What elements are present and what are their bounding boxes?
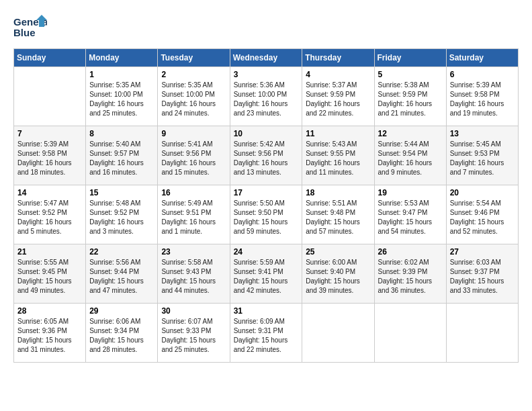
header: General Blue: [13, 13, 519, 42]
calendar-cell: [446, 304, 518, 363]
day-info: Sunrise: 5:59 AM Sunset: 9:41 PM Dayligh…: [234, 258, 299, 295]
day-info: Sunrise: 5:39 AM Sunset: 9:58 PM Dayligh…: [450, 81, 515, 118]
weekday-header-wednesday: Wednesday: [230, 49, 302, 67]
day-number: 8: [89, 129, 154, 138]
calendar-cell: 3 Sunrise: 5:36 AM Sunset: 10:00 PM Dayl…: [230, 67, 302, 126]
day-number: 7: [17, 129, 82, 138]
day-number: 11: [306, 129, 370, 138]
calendar-cell: 4 Sunrise: 5:37 AM Sunset: 9:59 PM Dayli…: [302, 67, 374, 126]
day-info: Sunrise: 5:54 AM Sunset: 9:46 PM Dayligh…: [450, 199, 515, 236]
weekday-header-monday: Monday: [86, 49, 158, 67]
calendar-cell: [14, 67, 86, 126]
calendar-cell: 26 Sunrise: 6:02 AM Sunset: 9:39 PM Dayl…: [374, 244, 446, 304]
calendar-cell: 6 Sunrise: 5:39 AM Sunset: 9:58 PM Dayli…: [446, 67, 518, 126]
calendar-cell: 23 Sunrise: 5:58 AM Sunset: 9:43 PM Dayl…: [158, 244, 230, 304]
logo: General Blue: [13, 13, 47, 42]
calendar-cell: 8 Sunrise: 5:40 AM Sunset: 9:57 PM Dayli…: [86, 126, 158, 185]
day-info: Sunrise: 5:55 AM Sunset: 9:45 PM Dayligh…: [17, 258, 82, 295]
day-info: Sunrise: 5:47 AM Sunset: 9:52 PM Dayligh…: [17, 199, 82, 236]
day-info: Sunrise: 5:37 AM Sunset: 9:59 PM Dayligh…: [306, 81, 370, 118]
day-info: Sunrise: 5:39 AM Sunset: 9:58 PM Dayligh…: [17, 140, 82, 177]
day-number: 31: [234, 306, 299, 316]
day-info: Sunrise: 5:40 AM Sunset: 9:57 PM Dayligh…: [89, 140, 154, 177]
day-number: 18: [306, 188, 370, 197]
day-number: 12: [378, 129, 443, 138]
day-info: Sunrise: 6:02 AM Sunset: 9:39 PM Dayligh…: [378, 258, 443, 295]
day-info: Sunrise: 5:56 AM Sunset: 9:44 PM Dayligh…: [89, 258, 154, 295]
calendar-week-row: 7 Sunrise: 5:39 AM Sunset: 9:58 PM Dayli…: [14, 126, 519, 185]
calendar-cell: 19 Sunrise: 5:53 AM Sunset: 9:47 PM Dayl…: [374, 185, 446, 244]
calendar-cell: 22 Sunrise: 5:56 AM Sunset: 9:44 PM Dayl…: [86, 244, 158, 304]
day-info: Sunrise: 5:45 AM Sunset: 9:53 PM Dayligh…: [450, 140, 515, 177]
calendar-cell: 24 Sunrise: 5:59 AM Sunset: 9:41 PM Dayl…: [230, 244, 302, 304]
day-number: 24: [234, 247, 299, 257]
calendar-cell: [374, 304, 446, 363]
calendar-cell: 17 Sunrise: 5:50 AM Sunset: 9:50 PM Dayl…: [230, 185, 302, 244]
day-number: 20: [450, 188, 515, 197]
day-number: 4: [306, 70, 370, 79]
weekday-header-thursday: Thursday: [302, 49, 374, 67]
day-number: 29: [89, 306, 154, 316]
calendar-cell: 1 Sunrise: 5:35 AM Sunset: 10:00 PM Dayl…: [86, 67, 158, 126]
calendar-cell: 13 Sunrise: 5:45 AM Sunset: 9:53 PM Dayl…: [446, 126, 518, 185]
calendar-cell: 16 Sunrise: 5:49 AM Sunset: 9:51 PM Dayl…: [158, 185, 230, 244]
calendar-week-row: 21 Sunrise: 5:55 AM Sunset: 9:45 PM Dayl…: [14, 244, 519, 304]
calendar-cell: 27 Sunrise: 6:03 AM Sunset: 9:37 PM Dayl…: [446, 244, 518, 304]
calendar-cell: 5 Sunrise: 5:38 AM Sunset: 9:59 PM Dayli…: [374, 67, 446, 126]
calendar-cell: 10 Sunrise: 5:42 AM Sunset: 9:56 PM Dayl…: [230, 126, 302, 185]
day-info: Sunrise: 5:35 AM Sunset: 10:00 PM Daylig…: [161, 81, 226, 118]
day-info: Sunrise: 5:51 AM Sunset: 9:48 PM Dayligh…: [306, 199, 370, 236]
weekday-header-row: SundayMondayTuesdayWednesdayThursdayFrid…: [14, 49, 519, 67]
day-info: Sunrise: 6:09 AM Sunset: 9:31 PM Dayligh…: [234, 317, 299, 355]
logo-svg: General Blue: [13, 13, 47, 42]
calendar-cell: [302, 304, 374, 363]
calendar-cell: 31 Sunrise: 6:09 AM Sunset: 9:31 PM Dayl…: [230, 304, 302, 363]
day-info: Sunrise: 5:43 AM Sunset: 9:55 PM Dayligh…: [306, 140, 370, 177]
day-info: Sunrise: 5:35 AM Sunset: 10:00 PM Daylig…: [89, 81, 154, 118]
day-info: Sunrise: 5:44 AM Sunset: 9:54 PM Dayligh…: [378, 140, 443, 177]
calendar-cell: 18 Sunrise: 5:51 AM Sunset: 9:48 PM Dayl…: [302, 185, 374, 244]
weekday-header-friday: Friday: [374, 49, 446, 67]
day-info: Sunrise: 5:41 AM Sunset: 9:56 PM Dayligh…: [161, 140, 226, 177]
day-number: 28: [17, 306, 82, 316]
day-number: 30: [161, 306, 226, 316]
day-number: 15: [89, 188, 154, 197]
calendar-cell: 15 Sunrise: 5:48 AM Sunset: 9:52 PM Dayl…: [86, 185, 158, 244]
day-info: Sunrise: 6:03 AM Sunset: 9:37 PM Dayligh…: [450, 258, 515, 295]
calendar-table: SundayMondayTuesdayWednesdayThursdayFrid…: [13, 48, 519, 363]
calendar-cell: 30 Sunrise: 6:07 AM Sunset: 9:33 PM Dayl…: [158, 304, 230, 363]
day-number: 9: [161, 129, 226, 138]
day-info: Sunrise: 5:42 AM Sunset: 9:56 PM Dayligh…: [234, 140, 299, 177]
day-number: 25: [306, 247, 370, 257]
calendar-cell: 21 Sunrise: 5:55 AM Sunset: 9:45 PM Dayl…: [14, 244, 86, 304]
day-number: 19: [378, 188, 443, 197]
day-info: Sunrise: 5:50 AM Sunset: 9:50 PM Dayligh…: [234, 199, 299, 236]
day-number: 17: [234, 188, 299, 197]
calendar-cell: 25 Sunrise: 6:00 AM Sunset: 9:40 PM Dayl…: [302, 244, 374, 304]
day-number: 26: [378, 247, 443, 257]
day-number: 6: [450, 70, 515, 79]
day-info: Sunrise: 6:00 AM Sunset: 9:40 PM Dayligh…: [306, 258, 370, 295]
calendar-cell: 20 Sunrise: 5:54 AM Sunset: 9:46 PM Dayl…: [446, 185, 518, 244]
calendar-cell: 7 Sunrise: 5:39 AM Sunset: 9:58 PM Dayli…: [14, 126, 86, 185]
calendar-cell: 2 Sunrise: 5:35 AM Sunset: 10:00 PM Dayl…: [158, 67, 230, 126]
day-info: Sunrise: 5:53 AM Sunset: 9:47 PM Dayligh…: [378, 199, 443, 236]
weekday-header-sunday: Sunday: [14, 49, 86, 67]
calendar-cell: 9 Sunrise: 5:41 AM Sunset: 9:56 PM Dayli…: [158, 126, 230, 185]
day-info: Sunrise: 5:48 AM Sunset: 9:52 PM Dayligh…: [89, 199, 154, 236]
day-number: 16: [161, 188, 226, 197]
calendar-cell: 29 Sunrise: 6:06 AM Sunset: 9:34 PM Dayl…: [86, 304, 158, 363]
day-info: Sunrise: 6:06 AM Sunset: 9:34 PM Dayligh…: [89, 317, 154, 355]
day-number: 27: [450, 247, 515, 257]
day-number: 10: [234, 129, 299, 138]
calendar-cell: 28 Sunrise: 6:05 AM Sunset: 9:36 PM Dayl…: [14, 304, 86, 363]
calendar-week-row: 1 Sunrise: 5:35 AM Sunset: 10:00 PM Dayl…: [14, 67, 519, 126]
weekday-header-tuesday: Tuesday: [158, 49, 230, 67]
day-number: 1: [89, 70, 154, 79]
day-info: Sunrise: 6:05 AM Sunset: 9:36 PM Dayligh…: [17, 317, 82, 355]
day-info: Sunrise: 5:49 AM Sunset: 9:51 PM Dayligh…: [161, 199, 226, 236]
day-number: 3: [234, 70, 299, 79]
day-info: Sunrise: 5:38 AM Sunset: 9:59 PM Dayligh…: [378, 81, 443, 118]
day-number: 13: [450, 129, 515, 138]
day-number: 23: [161, 247, 226, 257]
